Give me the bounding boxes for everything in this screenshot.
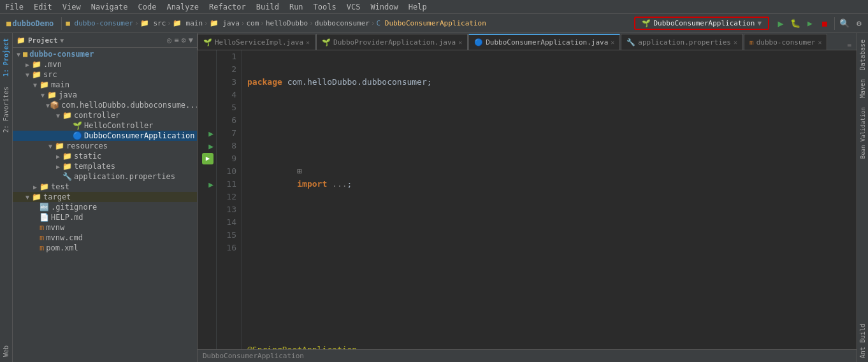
tab-hello-service-impl[interactable]: 🌱 HelloServiceImpl.java ✕: [198, 34, 315, 50]
tab-close-2[interactable]: ✕: [611, 39, 614, 46]
menu-refactor[interactable]: Refactor: [204, 3, 251, 11]
tab-close-3[interactable]: ✕: [734, 39, 737, 46]
breadcrumb-main[interactable]: 📁 main: [173, 19, 203, 27]
tab-application-properties[interactable]: 🔧 application.properties ✕: [621, 34, 743, 50]
tab-label-3: application.properties: [638, 38, 731, 47]
menu-tools[interactable]: Tools: [308, 3, 342, 11]
tree-item-templates[interactable]: ▶ 📁 templates: [13, 161, 197, 171]
line-num-14: 14: [222, 216, 236, 229]
menu-edit[interactable]: Edit: [29, 3, 57, 11]
tree-item-mvnw[interactable]: m mvnw: [13, 222, 197, 233]
tree-label-mvnw-cmd: mvnw.cmd: [46, 233, 83, 242]
tree-label-static: static: [74, 152, 101, 161]
panel-dropdown-icon[interactable]: ▼: [60, 37, 64, 44]
menu-navigate[interactable]: Navigate: [86, 3, 133, 11]
line-num-1: 1: [222, 50, 236, 63]
tree-item-target[interactable]: ▼ 📁 target: [13, 192, 197, 202]
settings-button[interactable]: ⚙: [853, 17, 865, 30]
main-content: 1: Project 2: Favorites Web 📁 Project ▼ …: [0, 33, 868, 362]
tree-label-package: com.helloDubbo.dubboconsume...: [61, 101, 197, 110]
menu-build[interactable]: Build: [251, 3, 284, 11]
panel-settings-icon[interactable]: ⚙: [182, 36, 186, 45]
sidebar-item-web[interactable]: Web: [3, 340, 10, 362]
tree-item-mvn[interactable]: ▶ 📁 .mvn: [13, 59, 197, 69]
debug-button[interactable]: 🐛: [789, 17, 802, 30]
tab-dubbo-consumer-app[interactable]: 🔵 DubboConsumerApplication.java ✕: [468, 34, 620, 50]
tree-arrow-resources: ▼: [46, 143, 55, 150]
code-content[interactable]: package com.helloDubbo.dubboconsumer; ⊞ …: [242, 50, 857, 349]
tree-item-static[interactable]: ▶ 📁 static: [13, 151, 197, 161]
project-name[interactable]: ■ dubboDemo: [3, 18, 57, 29]
gutter-line-8: ▶: [198, 140, 216, 152]
code-editor[interactable]: ▶ ▶ ▶ ▶: [198, 50, 857, 349]
menu-help[interactable]: Help: [403, 3, 432, 11]
menu-vcs[interactable]: VCS: [342, 3, 366, 11]
tree-item-root[interactable]: ▼ ■ dubbo-consumer: [13, 49, 197, 59]
tree-item-main[interactable]: ▼ 📁 main: [13, 80, 197, 90]
line-num-3: 3: [222, 76, 236, 89]
menu-view[interactable]: View: [57, 3, 86, 11]
tab-label-0: HelloServiceImpl.java: [215, 38, 303, 47]
sidebar-item-maven[interactable]: Maven: [858, 75, 867, 102]
line-num-9: 9: [222, 152, 236, 165]
menu-file[interactable]: File: [0, 3, 29, 11]
panel-collapse-icon[interactable]: ≡: [174, 36, 178, 45]
gutter-run-icon-11[interactable]: ▶: [208, 180, 213, 189]
tab-close-0[interactable]: ✕: [306, 39, 310, 46]
tree-item-resources[interactable]: ▼ 📁 resources: [13, 141, 197, 151]
tab-dubbo-consumer-xml[interactable]: m dubbo-consumer ✕: [744, 34, 827, 50]
line-num-2: 2: [222, 63, 236, 76]
gutter-run-icon-8[interactable]: ▶: [208, 141, 213, 151]
tree-item-dubbo-consumer-app[interactable]: 🔵 DubboConsumerApplication: [13, 131, 197, 141]
breadcrumb-com[interactable]: com: [246, 19, 259, 27]
stop-button[interactable]: ■: [818, 17, 831, 30]
tab-icon-1: 🌱: [322, 38, 331, 47]
line-num-7: 7: [222, 127, 236, 140]
tab-dubbo-provider-app[interactable]: 🌱 DubboProviderApplication.java ✕: [316, 34, 468, 50]
tree-item-hello-controller[interactable]: 🌱 HelloController: [13, 120, 197, 131]
folder-icon-controller: 📁: [62, 111, 72, 120]
tree-item-pom[interactable]: m pom.xml: [13, 243, 197, 253]
tree-item-gitignore[interactable]: 🔤 .gitignore: [13, 202, 197, 212]
sidebar-item-project[interactable]: 1: Project: [3, 33, 10, 82]
gutter-icons: ▶ ▶ ▶ ▶: [198, 50, 217, 349]
breadcrumb-dubboconsumer[interactable]: dubboconsumer: [315, 19, 370, 27]
tree-item-help-md[interactable]: 📄 HELP.md: [13, 212, 197, 222]
collapse-btn-import[interactable]: ⊞: [297, 166, 302, 176]
sidebar-item-database[interactable]: Database: [858, 36, 867, 74]
menu-code[interactable]: Code: [133, 3, 162, 11]
breadcrumb-class[interactable]: C DubboConsumerApplication: [377, 19, 486, 27]
tab-close-4[interactable]: ✕: [818, 39, 821, 46]
tree-item-controller[interactable]: ▼ 📁 controller: [13, 110, 197, 120]
tab-overflow[interactable]: ≡: [847, 41, 857, 50]
breadcrumb-module[interactable]: ■ dubbo-consumer: [66, 19, 133, 27]
breadcrumb-src[interactable]: 📁 src: [140, 19, 166, 27]
gutter-run-class-icon[interactable]: ▶: [202, 153, 213, 164]
run-button[interactable]: ▶: [774, 17, 787, 30]
menu-run[interactable]: Run: [284, 3, 308, 11]
mvnw-icon: m: [40, 223, 44, 232]
run-config-selector[interactable]: 🌱 DubboConsumerApplication ▼: [634, 17, 769, 30]
breadcrumb-java[interactable]: 📁 java: [210, 19, 240, 27]
breadcrumb-hellodubbo[interactable]: helloDubbo: [266, 19, 308, 27]
panel-gear-dropdown[interactable]: ▼: [189, 36, 193, 45]
breadcrumb: ■ dubbo-consumer › 📁 src › 📁 main › 📁 ja…: [66, 19, 632, 27]
search-everywhere-button[interactable]: 🔍: [838, 17, 851, 30]
tree-item-java-folder[interactable]: ▼ 📁 java: [13, 90, 197, 100]
tree-item-app-properties[interactable]: 🔧 application.properties: [13, 171, 197, 182]
tree-item-src[interactable]: ▼ 📁 src: [13, 69, 197, 80]
tree-item-test[interactable]: ▶ 📁 test: [13, 182, 197, 192]
sidebar-item-favorites[interactable]: 2: Favorites: [3, 82, 10, 138]
tree-item-package[interactable]: ▼ 📦 com.helloDubbo.dubboconsume...: [13, 100, 197, 110]
code-line-1: package com.helloDubbo.dubboconsumer;: [247, 76, 851, 89]
run-with-coverage-button[interactable]: ▶: [804, 17, 816, 30]
panel-locate-icon[interactable]: ◎: [167, 36, 171, 45]
menu-window[interactable]: Window: [365, 3, 403, 11]
sidebar-item-bean-validation[interactable]: Bean Validation: [858, 103, 867, 163]
code-line-5: [247, 267, 851, 280]
gutter-run-icon-7[interactable]: ▶: [208, 129, 213, 138]
sidebar-item-ant-build[interactable]: Ant Build: [858, 320, 867, 362]
tab-close-1[interactable]: ✕: [458, 39, 462, 46]
menu-analyze[interactable]: Analyze: [161, 3, 204, 11]
tree-item-mvnw-cmd[interactable]: m mvnw.cmd: [13, 233, 197, 243]
